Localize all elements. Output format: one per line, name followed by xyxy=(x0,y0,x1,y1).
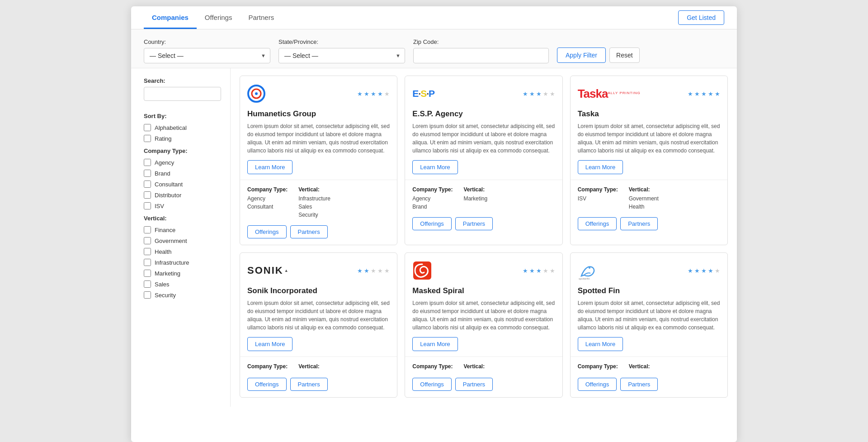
vertical-finance-checkbox[interactable] xyxy=(144,226,151,233)
meta-vertical-taska: Vertical: GovernmentHealth xyxy=(629,186,659,211)
vertical-health[interactable]: Health xyxy=(144,248,221,255)
company-name-masked-spiral: Masked Spiral xyxy=(412,286,555,295)
offerings-btn-sonik[interactable]: Offerings xyxy=(247,378,287,391)
country-select[interactable]: — Select — xyxy=(144,48,270,63)
company-name-humanetics: Humanetics Group xyxy=(247,109,390,119)
partners-btn-esp[interactable]: Partners xyxy=(455,217,493,230)
meta-type-esp: Company Type: AgencyBrand xyxy=(412,186,453,211)
vertical-marketing-checkbox[interactable] xyxy=(144,270,151,277)
type-distributor-checkbox[interactable] xyxy=(144,191,151,199)
learn-more-esp[interactable]: Learn More xyxy=(412,160,458,174)
card-header-spotted-fin: spotterfin ★ ★ ★ ★ ★ xyxy=(578,260,720,281)
tab-partners[interactable]: Partners xyxy=(240,6,282,29)
meta-type-spotted-fin: Company Type: xyxy=(578,363,618,371)
offerings-btn-taska[interactable]: Offerings xyxy=(578,217,617,230)
vertical-security[interactable]: Security xyxy=(144,291,221,299)
vertical-security-checkbox[interactable] xyxy=(144,291,151,299)
vertical-government[interactable]: Government xyxy=(144,237,221,244)
type-brand-checkbox[interactable] xyxy=(144,170,151,177)
learn-more-sonik[interactable]: Learn More xyxy=(247,337,292,351)
meta-vertical-humanetics: Vertical: InfrastructureSalesSecurity xyxy=(298,186,330,219)
search-input[interactable] xyxy=(144,87,221,101)
card-header-sonik: SONIK ▲ ★ ★ ★ ★ ★ xyxy=(247,260,390,281)
zip-label: Zip Code: xyxy=(413,38,549,45)
modal-container: Companies Offerings Partners Get Listed … xyxy=(131,6,737,442)
partners-btn-spotted-fin[interactable]: Partners xyxy=(620,378,658,391)
card-masked-spiral: ★ ★ ★ ★ ★ Masked Spiral Lorem ipsum dolo… xyxy=(405,252,562,398)
rating-humanetics: ★ ★ ★ ★ ★ xyxy=(357,90,390,97)
partners-btn-masked-spiral[interactable]: Partners xyxy=(455,378,493,391)
card-meta-taska: Company Type: ISV Vertical: GovernmentHe… xyxy=(578,186,720,211)
tab-companies[interactable]: Companies xyxy=(144,6,197,29)
partners-btn-humanetics[interactable]: Partners xyxy=(290,225,328,238)
learn-more-humanetics[interactable]: Learn More xyxy=(247,160,292,174)
meta-vertical-esp: Vertical: Marketing xyxy=(463,186,487,211)
vertical-infrastructure[interactable]: Infrastructure xyxy=(144,259,221,266)
company-name-esp: E.S.P. Agency xyxy=(412,109,555,119)
card-top-taska: Taska ALLY PRINTING ★ ★ ★ ★ ★ Task xyxy=(571,76,727,180)
type-agency-label: Agency xyxy=(155,159,174,166)
card-bottom-masked-spiral: Company Type: Vertical: Offerings Partne… xyxy=(405,356,562,397)
card-meta-sonik: Company Type: Vertical: xyxy=(247,363,390,371)
type-consultant-checkbox[interactable] xyxy=(144,181,151,188)
sort-rating-label: Rating xyxy=(155,135,172,142)
card-actions-spotted-fin: Offerings Partners xyxy=(578,378,720,391)
rating-masked-spiral: ★ ★ ★ ★ ★ xyxy=(523,267,555,274)
vertical-marketing[interactable]: Marketing xyxy=(144,270,221,277)
state-select[interactable]: — Select — xyxy=(278,48,405,63)
offerings-btn-humanetics[interactable]: Offerings xyxy=(247,225,287,238)
card-actions-masked-spiral: Offerings Partners xyxy=(412,378,555,391)
learn-more-spotted-fin[interactable]: Learn More xyxy=(578,337,623,351)
apply-filter-button[interactable]: Apply Filter xyxy=(557,48,606,63)
vertical-label: Vertical: xyxy=(144,215,221,222)
card-actions-sonik: Offerings Partners xyxy=(247,378,390,391)
type-brand[interactable]: Brand xyxy=(144,170,221,177)
logo-sonik: SONIK ▲ xyxy=(247,261,288,280)
vertical-government-label: Government xyxy=(155,238,187,244)
type-agency-checkbox[interactable] xyxy=(144,159,151,166)
vertical-sales-label: Sales xyxy=(155,281,170,288)
offerings-btn-spotted-fin[interactable]: Offerings xyxy=(578,378,617,391)
vertical-finance[interactable]: Finance xyxy=(144,226,221,233)
learn-more-masked-spiral[interactable]: Learn More xyxy=(412,337,458,351)
learn-more-taska[interactable]: Learn More xyxy=(578,160,623,174)
filter-actions: Apply Filter Reset xyxy=(557,48,640,63)
cards-area: ★ ★ ★ ★ ★ Humanetics Group Lorem ipsum d… xyxy=(231,68,737,407)
vertical-health-checkbox[interactable] xyxy=(144,248,151,255)
type-isv[interactable]: ISV xyxy=(144,202,221,209)
card-header-masked-spiral: ★ ★ ★ ★ ★ xyxy=(412,260,555,281)
type-consultant[interactable]: Consultant xyxy=(144,181,221,188)
zip-input[interactable] xyxy=(413,48,549,63)
vertical-sales[interactable]: Sales xyxy=(144,280,221,288)
type-distributor[interactable]: Distributor xyxy=(144,191,221,199)
partners-btn-sonik[interactable]: Partners xyxy=(290,378,328,391)
card-spotted-fin: spotterfin ★ ★ ★ ★ ★ Spotted Fin xyxy=(570,252,728,398)
logo-humanetics xyxy=(247,85,265,103)
offerings-btn-esp[interactable]: Offerings xyxy=(412,217,452,230)
vertical-government-checkbox[interactable] xyxy=(144,237,151,244)
sort-rating-checkbox[interactable] xyxy=(144,135,151,142)
tab-offerings[interactable]: Offerings xyxy=(197,6,241,29)
rating-spotted-fin: ★ ★ ★ ★ ★ xyxy=(688,267,720,274)
card-header-taska: Taska ALLY PRINTING ★ ★ ★ ★ ★ xyxy=(578,83,720,104)
vertical-infrastructure-checkbox[interactable] xyxy=(144,259,151,266)
type-brand-label: Brand xyxy=(155,170,170,177)
sort-alphabetical[interactable]: Alphabetical xyxy=(144,124,221,131)
sort-rating[interactable]: Rating xyxy=(144,135,221,142)
card-top-spotted-fin: spotterfin ★ ★ ★ ★ ★ Spotted Fin xyxy=(571,253,727,356)
partners-btn-taska[interactable]: Partners xyxy=(620,217,658,230)
company-name-spotted-fin: Spotted Fin xyxy=(578,286,720,295)
reset-button[interactable]: Reset xyxy=(609,48,640,63)
search-label: Search: xyxy=(144,77,221,84)
type-agency[interactable]: Agency xyxy=(144,159,221,166)
type-isv-checkbox[interactable] xyxy=(144,202,151,209)
card-meta-humanetics: Company Type: AgencyConsultant Vertical:… xyxy=(247,186,390,219)
offerings-btn-masked-spiral[interactable]: Offerings xyxy=(412,378,452,391)
sort-by-label: Sort By: xyxy=(144,113,221,119)
vertical-marketing-label: Marketing xyxy=(155,270,180,277)
sort-alphabetical-checkbox[interactable] xyxy=(144,124,151,131)
svg-text:spotterfin: spotterfin xyxy=(579,277,590,280)
country-select-wrapper: — Select — xyxy=(144,48,270,63)
vertical-sales-checkbox[interactable] xyxy=(144,280,151,288)
get-listed-button[interactable]: Get Listed xyxy=(678,10,724,25)
